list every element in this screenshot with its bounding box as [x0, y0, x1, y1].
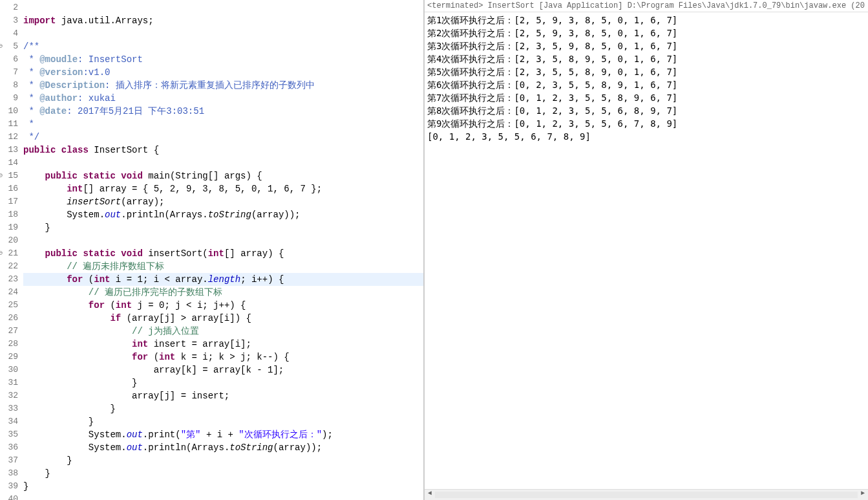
- javadoc-line: *: [23, 54, 39, 65]
- line-number: 38: [0, 467, 18, 480]
- tostring-call: toString: [208, 210, 251, 220]
- line-number: 18: [0, 208, 18, 221]
- keyword-if: if: [110, 313, 121, 323]
- method-call: insertSort: [67, 197, 121, 207]
- line-number: 13: [0, 144, 18, 157]
- line-number: 2: [0, 1, 18, 14]
- javadoc-line: *: [23, 67, 39, 78]
- console-line: 第8次循环执行之后：[0, 1, 2, 3, 5, 5, 6, 8, 9, 7]: [427, 104, 865, 117]
- scroll-track[interactable]: [435, 492, 858, 498]
- comment-line: // 遍历未排序数组下标: [67, 261, 164, 272]
- call-end: (array));: [251, 210, 301, 220]
- call-end: (array));: [273, 442, 323, 453]
- console-line: 第5次循环执行之后：[2, 3, 5, 5, 8, 9, 0, 1, 6, 7]: [427, 65, 865, 78]
- javadoc-tag: @author: [39, 93, 78, 103]
- highlighted-line: for (int i = 1; i < array.length; i++) {: [23, 273, 423, 286]
- line-number: 22: [0, 260, 18, 273]
- javadoc-tag: @Description: [39, 80, 105, 91]
- horizontal-scrollbar[interactable]: ◄ ►: [425, 489, 868, 500]
- keyword-int: int: [159, 352, 175, 362]
- out-field: out: [127, 442, 143, 453]
- keyword-import: import: [23, 16, 56, 26]
- keyword-void: void: [121, 171, 143, 181]
- scroll-right-icon[interactable]: ►: [858, 490, 868, 500]
- line-number: 11: [0, 118, 18, 131]
- line-number: 28: [0, 338, 18, 351]
- system-class: System.: [89, 429, 127, 440]
- line-number: 9: [0, 92, 18, 105]
- close-brace: }: [89, 417, 94, 427]
- console-line: 第1次循环执行之后：[2, 5, 9, 3, 8, 5, 0, 1, 6, 7]: [427, 14, 865, 27]
- console-line: 第3次循环执行之后：[2, 3, 5, 9, 8, 5, 0, 1, 6, 7]: [427, 39, 865, 52]
- tostring-call: toString: [229, 442, 273, 453]
- console-pane: <terminated> InsertSort [Java Applicatio…: [424, 0, 868, 500]
- close-brace: }: [45, 223, 50, 233]
- line-number: 34: [0, 415, 18, 428]
- code-area[interactable]: import java.util.Arrays; /** * @moudle: …: [21, 0, 423, 500]
- array-assign: array[k] = array[k - 1];: [154, 365, 284, 375]
- close-brace: }: [45, 468, 50, 479]
- for-condition: k = i; k > j; k--) {: [175, 352, 289, 362]
- line-number: 32: [0, 389, 18, 402]
- line-number: 29: [0, 351, 18, 364]
- console-output[interactable]: 第1次循环执行之后：[2, 5, 9, 3, 8, 5, 0, 1, 6, 7]…: [425, 12, 868, 489]
- javadoc-line: *: [23, 119, 34, 129]
- line-number: 3: [0, 14, 18, 27]
- keyword-for: for: [67, 274, 83, 285]
- line-number: 12: [0, 131, 18, 144]
- line-number: 35: [0, 428, 18, 441]
- array-assign: array[j] = insert;: [132, 391, 229, 401]
- keyword-public: public: [45, 171, 78, 181]
- fold-toggle-icon[interactable]: ⊖: [0, 169, 3, 182]
- length-field: length: [208, 274, 240, 285]
- line-number: 14: [0, 157, 18, 169]
- fold-toggle-icon[interactable]: ⊖: [0, 40, 3, 53]
- for-condition: j = 0; j < i; j++) {: [132, 300, 246, 310]
- method-params: [] array) {: [224, 248, 284, 259]
- for-end: ; i++) {: [240, 274, 284, 285]
- method-signature: main(String[] args) {: [143, 171, 262, 181]
- line-number: 4: [0, 27, 18, 40]
- line-number: 31: [0, 376, 18, 389]
- method-name: insertSort(: [143, 248, 208, 259]
- line-number: 27: [0, 325, 18, 338]
- keyword-for: for: [132, 352, 148, 362]
- console-line: 第7次循环执行之后：[0, 1, 2, 3, 5, 5, 8, 9, 6, 7]: [427, 91, 865, 104]
- array-declaration: [] array = { 5, 2, 9, 3, 8, 5, 0, 1, 6, …: [83, 184, 322, 194]
- fold-toggle-icon[interactable]: ⊖: [0, 247, 3, 260]
- javadoc-text: : xukai: [78, 93, 116, 103]
- paren: (: [148, 352, 159, 362]
- scroll-left-icon[interactable]: ◄: [425, 490, 435, 500]
- javadoc-text: : 2017年5月21日 下午3:03:51: [67, 106, 204, 116]
- println-call: .println(Arrays.: [121, 210, 207, 220]
- line-number: 26: [0, 312, 18, 325]
- javadoc-text: : InsertSort: [78, 54, 143, 65]
- line-number: 23: [0, 273, 18, 286]
- keyword-static: static: [83, 248, 115, 259]
- line-number: 6: [0, 53, 18, 66]
- class-name: InsertSort {: [89, 145, 159, 155]
- line-number: 33: [0, 402, 18, 415]
- system-class: System.: [67, 210, 105, 220]
- javadoc-text: : 插入排序：将新元素重复插入已排序好的子数列中: [105, 80, 315, 91]
- javadoc-line: *: [23, 80, 39, 91]
- keyword-int: int: [116, 300, 132, 310]
- keyword-int: int: [94, 274, 110, 285]
- close-brace: }: [23, 481, 28, 492]
- line-number: 17: [0, 195, 18, 208]
- keyword-for: for: [89, 300, 105, 310]
- line-number: 16: [0, 182, 18, 195]
- line-number: 25: [0, 299, 18, 312]
- line-number: 15⊖: [0, 169, 18, 182]
- print-call: .print(: [143, 429, 181, 440]
- line-number: 24: [0, 286, 18, 299]
- keyword-int: int: [208, 248, 224, 259]
- console-line: [0, 1, 2, 3, 5, 5, 6, 7, 8, 9]: [427, 130, 865, 143]
- javadoc-tag: @version: [39, 67, 83, 78]
- line-number: 37: [0, 454, 18, 467]
- line-number-gutter: 2345⊖6789101112131415⊖161718192021⊖22232…: [0, 0, 21, 500]
- keyword-public: public: [45, 248, 78, 259]
- javadoc-start: /**: [23, 41, 39, 52]
- javadoc-line: *: [23, 93, 39, 103]
- console-line: 第9次循环执行之后：[0, 1, 2, 3, 5, 5, 6, 7, 8, 9]: [427, 117, 865, 130]
